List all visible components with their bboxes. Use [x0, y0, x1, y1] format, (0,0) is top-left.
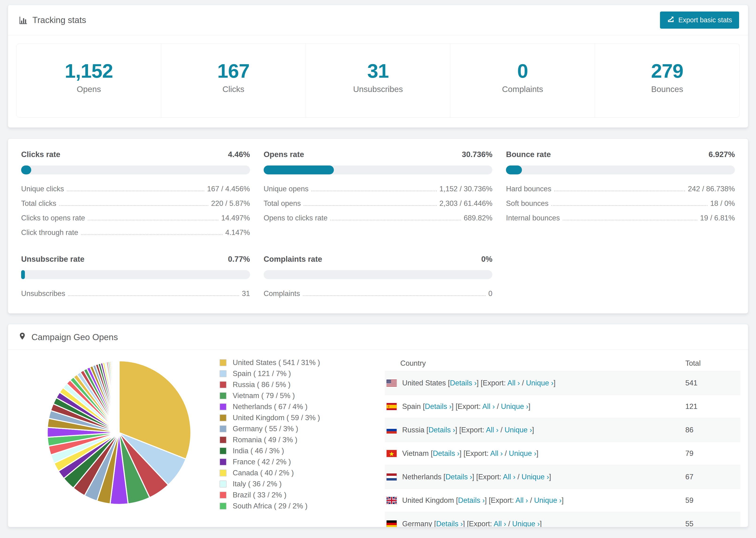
details-link[interactable]: Details ›	[425, 402, 452, 410]
details-link[interactable]: Details ›	[436, 520, 463, 527]
legend-swatch	[220, 447, 227, 455]
metric-value: 30.736%	[462, 150, 492, 159]
metric-row-value: 2,303 / 61.446%	[440, 199, 493, 208]
progress-bar-fill	[264, 166, 334, 174]
legend-label: India ( 46 / 3% )	[233, 447, 284, 455]
total-cell: 67	[685, 473, 740, 481]
export-unique-link[interactable]: Unique ›	[526, 379, 553, 387]
page-title: Tracking stats	[32, 15, 86, 25]
export-all-link[interactable]: All ›	[503, 473, 515, 481]
metric-title: Complaints rate	[264, 255, 322, 264]
country-cell: United States [Details ›] [Export: All ›…	[402, 379, 685, 387]
legend-swatch	[220, 425, 227, 432]
stat-opens: 1,152Opens	[17, 44, 161, 117]
rates-card: Clicks rate4.46%Unique clicks167 / 4.456…	[8, 138, 748, 314]
metric-row-value: 167 / 4.456%	[207, 185, 250, 193]
details-link[interactable]: Details ›	[433, 449, 459, 457]
export-all-link[interactable]: All ›	[494, 520, 506, 527]
export-unique-link[interactable]: Unique ›	[521, 473, 549, 481]
stat-value: 279	[595, 61, 739, 81]
stat-label: Unsubscribes	[306, 84, 450, 94]
geo-row-spain: Spain [Details ›] [Export: All › / Uniqu…	[385, 395, 740, 418]
metric-row-value: 242 / 86.738%	[688, 185, 735, 193]
legend-label: Spain ( 121 / 7% )	[233, 369, 291, 378]
geo-opens-card: Campaign Geo Opens United States ( 541 /…	[8, 324, 748, 527]
export-unique-link[interactable]: Unique ›	[509, 449, 536, 457]
export-all-link[interactable]: All ›	[482, 402, 495, 410]
geo-row-netherlands: Netherlands [Details ›] [Export: All › /…	[385, 465, 740, 488]
dotted-leader	[554, 190, 685, 191]
export-all-link[interactable]: All ›	[486, 426, 499, 434]
flag-gb-icon	[386, 497, 397, 504]
export-basic-stats-button[interactable]: Export basic stats	[660, 12, 739, 28]
country-cell: Germany [Details ›] [Export: All › / Uni…	[402, 520, 685, 527]
legend-item-germany: Germany ( 55 / 3% )	[220, 425, 351, 433]
geo-pie-chart	[46, 360, 192, 506]
export-unique-link[interactable]: Unique ›	[512, 520, 540, 527]
total-cell: 59	[685, 496, 740, 505]
progress-bar	[264, 166, 493, 174]
metric-bounce-rate: Bounce rate6.927%Hard bounces242 / 86.73…	[506, 150, 735, 237]
metric-rows: Complaints0	[264, 290, 493, 298]
dotted-leader	[81, 234, 223, 235]
geo-content: United States ( 541 / 31% )Spain ( 121 /…	[8, 350, 748, 527]
dotted-leader	[68, 295, 239, 296]
stat-value: 1,152	[17, 61, 161, 81]
legend-label: Russia ( 86 / 5% )	[233, 381, 291, 389]
country-cell: Netherlands [Details ›] [Export: All › /…	[402, 473, 685, 481]
export-unique-link[interactable]: Unique ›	[501, 402, 528, 410]
legend-swatch	[220, 403, 227, 410]
export-unique-link[interactable]: Unique ›	[534, 496, 562, 505]
geo-table-header: Country Total	[385, 355, 740, 371]
geo-row-russia: Russia [Details ›] [Export: All › / Uniq…	[385, 418, 740, 442]
metric-row-label: Unique opens	[264, 185, 308, 193]
legend-item-united-states: United States ( 541 / 31% )	[220, 358, 351, 367]
export-all-link[interactable]: All ›	[515, 496, 528, 505]
details-link[interactable]: Details ›	[445, 473, 472, 481]
metric-head: Bounce rate6.927%	[506, 150, 735, 159]
legend-item-south-africa: South Africa ( 29 / 2% )	[220, 502, 351, 510]
geo-table: Country Total United States [Details ›] …	[385, 355, 740, 527]
legend-swatch	[220, 370, 227, 377]
stat-label: Opens	[17, 84, 161, 94]
dotted-leader	[311, 190, 437, 191]
legend-swatch	[220, 480, 227, 488]
metric-row-value: 4.147%	[225, 228, 250, 237]
progress-bar-fill	[21, 166, 31, 174]
total-cell: 55	[685, 520, 740, 527]
flag-us-icon	[386, 379, 397, 387]
metric-rows: Unique opens1,152 / 30.736%Total opens2,…	[264, 185, 493, 222]
details-link[interactable]: Details ›	[458, 496, 485, 505]
export-all-link[interactable]: All ›	[490, 449, 503, 457]
export-unique-link[interactable]: Unique ›	[505, 426, 532, 434]
dotted-leader	[330, 220, 461, 220]
legend-swatch	[220, 392, 227, 399]
details-link[interactable]: Details ›	[450, 379, 477, 387]
legend-swatch	[220, 458, 227, 465]
stat-label: Clicks	[161, 84, 306, 94]
stat-label: Bounces	[595, 84, 739, 94]
stat-unsubscribes: 31Unsubscribes	[306, 44, 450, 117]
total-cell: 79	[685, 449, 740, 458]
stat-label: Complaints	[450, 84, 595, 94]
legend-item-brazil: Brazil ( 33 / 2% )	[220, 491, 351, 499]
legend-label: Germany ( 55 / 3% )	[233, 425, 298, 433]
stat-value: 31	[306, 61, 450, 81]
export-all-link[interactable]: All ›	[507, 379, 520, 387]
stat-bounces: 279Bounces	[595, 44, 739, 117]
metric-rows: Unique clicks167 / 4.456%Total clicks220…	[21, 185, 250, 237]
dotted-leader	[303, 295, 486, 296]
metric-row-value: 31	[242, 290, 250, 298]
country-cell: United Kingdom [Details ›] [Export: All …	[402, 496, 685, 505]
details-link[interactable]: Details ›	[428, 426, 455, 434]
stat-clicks: 167Clicks	[161, 44, 306, 117]
metric-row-value: 14.497%	[221, 214, 250, 222]
metric-row: Opens to clicks rate689.82%	[264, 214, 493, 222]
tracking-stats-title: Tracking stats	[18, 15, 86, 25]
dotted-leader	[67, 190, 204, 191]
export-icon	[667, 16, 675, 25]
metric-row-label: Clicks to opens rate	[21, 214, 85, 222]
metric-row-label: Total opens	[264, 199, 301, 208]
legend-label: Vietnam ( 79 / 5% )	[233, 392, 295, 400]
metric-title: Opens rate	[264, 150, 304, 159]
